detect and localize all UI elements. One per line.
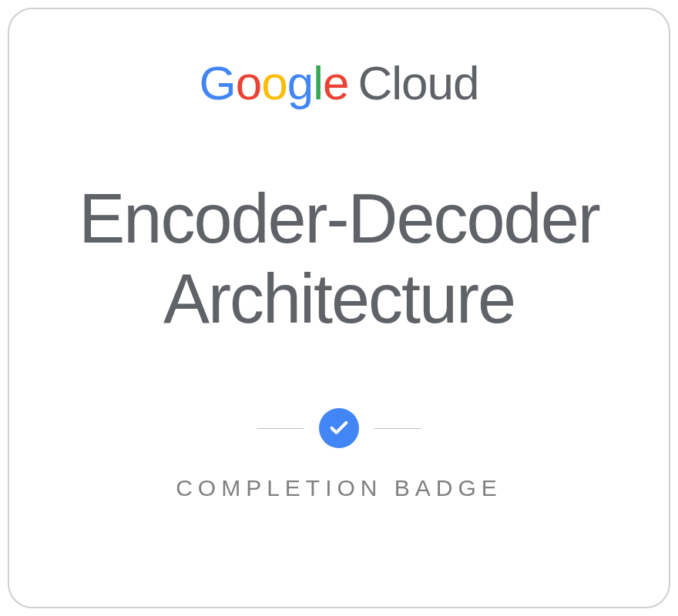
divider-section	[257, 408, 421, 448]
divider-line-right	[374, 428, 421, 429]
google-letter-e: e	[323, 56, 348, 109]
google-wordmark: Google	[200, 55, 349, 110]
course-title: Encoder-Decoder Architecture	[79, 179, 599, 339]
course-title-line1: Encoder-Decoder	[79, 179, 599, 259]
google-letter-g2: g	[287, 56, 313, 109]
google-letter-l: l	[313, 56, 323, 109]
completion-badge-label: COMPLETION BADGE	[176, 475, 502, 501]
google-letter-g1: G	[200, 56, 236, 109]
cloud-text: Cloud	[357, 55, 478, 110]
badge-card: Google Cloud Encoder-Decoder Architectur…	[8, 8, 670, 608]
divider-line-left	[257, 428, 304, 429]
brand-logo: Google Cloud	[200, 55, 479, 110]
completion-checkmark-icon	[319, 408, 359, 448]
google-letter-o2: o	[261, 56, 287, 109]
google-letter-o1: o	[236, 56, 261, 109]
course-title-line2: Architecture	[79, 259, 599, 340]
